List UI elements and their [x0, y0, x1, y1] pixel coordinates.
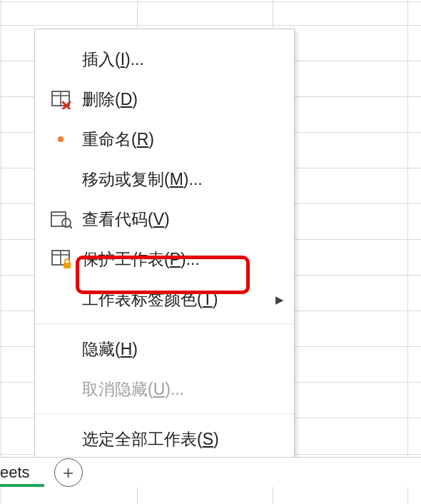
menu-item-rename[interactable]: 重命名(R) — [35, 119, 294, 159]
sheet-tab-context-menu: 插入(I)... 删除(D) 重命名(R) 移动或复制(M)... — [34, 29, 295, 467]
blank-icon — [44, 165, 78, 193]
sheet-tab-bar: eets + — [0, 457, 421, 487]
blank-icon — [44, 45, 78, 74]
blank-icon — [44, 375, 78, 403]
submenu-arrow-icon: ▸ — [270, 290, 284, 309]
menu-label: 插入(I)... — [82, 49, 284, 71]
svg-line-9 — [69, 226, 72, 228]
menu-label: 查看代码(V) — [82, 208, 284, 231]
menu-item-unhide: 取消隐藏(U)... — [35, 369, 294, 409]
menu-label: 保护工作表(P)... — [82, 248, 284, 271]
view-code-icon — [44, 205, 78, 233]
menu-item-tab-color[interactable]: 工作表标签颜色(T) ▸ — [35, 279, 294, 319]
sheet-tab-active-fragment[interactable]: eets — [0, 463, 30, 482]
menu-item-protect-sheet[interactable]: 保护工作表(P)... — [35, 239, 294, 279]
active-tab-underline — [0, 484, 44, 487]
menu-label: 工作表标签颜色(T) — [82, 288, 270, 311]
svg-rect-13 — [64, 263, 71, 268]
menu-item-view-code[interactable]: 查看代码(V) — [35, 199, 294, 239]
menu-label: 隐藏(H) — [82, 338, 284, 361]
blank-icon — [44, 425, 78, 454]
menu-item-hide[interactable]: 隐藏(H) — [35, 323, 294, 369]
blank-icon — [44, 285, 78, 313]
menu-label: 移动或复制(M)... — [82, 168, 284, 191]
menu-label: 选定全部工作表(S) — [82, 428, 284, 450]
blank-icon — [44, 336, 78, 364]
menu-item-delete[interactable]: 删除(D) — [35, 79, 294, 119]
protect-sheet-icon — [44, 245, 78, 273]
menu-item-move-copy[interactable]: 移动或复制(M)... — [35, 159, 294, 199]
new-sheet-button[interactable]: + — [54, 458, 83, 487]
menu-item-select-all-sheets[interactable]: 选定全部工作表(S) — [35, 413, 294, 459]
menu-item-insert[interactable]: 插入(I)... — [35, 39, 294, 79]
menu-label: 重命名(R) — [82, 128, 284, 151]
menu-label: 删除(D) — [82, 89, 284, 111]
svg-point-5 — [58, 136, 64, 142]
menu-label: 取消隐藏(U)... — [82, 378, 284, 400]
dot-icon — [44, 125, 78, 153]
delete-sheet-icon — [44, 85, 78, 114]
